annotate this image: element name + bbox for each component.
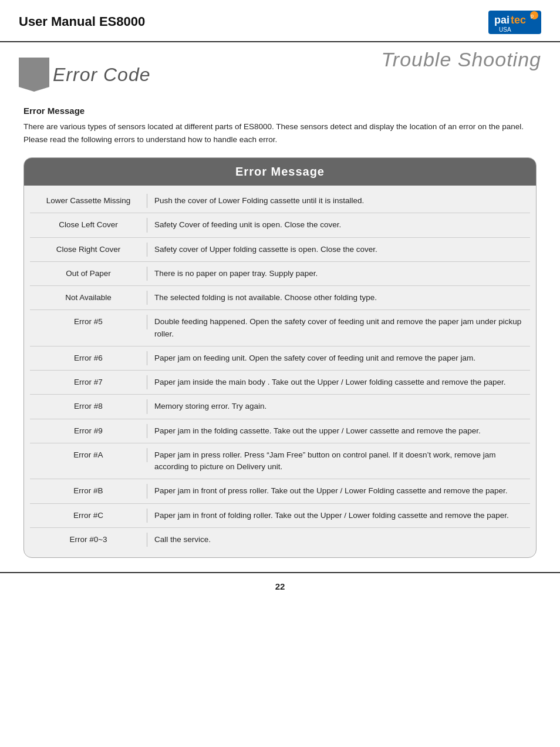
table-body: Lower Cassette Missing Push the cover of… <box>24 186 536 557</box>
row-label: Close Right Cover <box>30 243 147 257</box>
row-desc: Safety cover of Upper folding cassette i… <box>147 243 530 257</box>
row-label: Out of Paper <box>30 267 147 281</box>
page-number: 22 <box>275 581 285 591</box>
row-desc: Paper jam in the folding cassette. Take … <box>147 424 530 438</box>
row-desc: Paper jam inside the main body . Take ou… <box>147 375 530 389</box>
row-desc: Paper jam in front of folding roller. Ta… <box>147 509 530 523</box>
table-row: Lower Cassette Missing Push the cover of… <box>30 189 530 213</box>
table-row: Error #6 Paper jam on feeding unit. Open… <box>30 346 530 371</box>
ribbon-icon <box>19 58 49 92</box>
table-row: Error #8 Memory storing error. Try again… <box>30 395 530 419</box>
section-heading: Trouble Shooting Error Code <box>0 42 560 92</box>
row-desc: There is no paper on paper tray. Supply … <box>147 267 530 281</box>
row-label: Error #8 <box>30 399 147 413</box>
table-row: Error #B Paper jam in front of press rol… <box>30 479 530 503</box>
logo-area: pai tec USA p <box>488 11 541 36</box>
row-desc: Push the cover of Lower Folding cassette… <box>147 194 530 208</box>
row-label: Error #7 <box>30 375 147 389</box>
row-desc: Paper jam in front of press roller. Take… <box>147 484 530 498</box>
page-footer: 22 <box>0 572 560 600</box>
table-header: Error Message <box>24 158 536 186</box>
table-row: Error #0~3 Call the service. <box>30 528 530 551</box>
row-label: Not Available <box>30 291 147 305</box>
svg-text:p: p <box>531 13 534 19</box>
svg-text:USA: USA <box>499 26 511 33</box>
svg-marker-6 <box>19 58 49 92</box>
svg-text:tec: tec <box>511 14 526 26</box>
table-header-text: Error Message <box>235 165 325 178</box>
table-row: Out of Paper There is no paper on paper … <box>30 262 530 286</box>
row-desc: Memory storing error. Try again. <box>147 399 530 413</box>
row-desc: Paper jam in press roller. Press “Jam Fr… <box>147 448 530 475</box>
table-row: Error #C Paper jam in front of folding r… <box>30 504 530 528</box>
row-label: Error #0~3 <box>30 533 147 547</box>
row-desc: Safety Cover of feeding unit is open. Cl… <box>147 218 530 232</box>
table-row: Error #A Paper jam in press roller. Pres… <box>30 443 530 480</box>
table-row: Error #9 Paper jam in the folding casset… <box>30 419 530 443</box>
paitec-logo: pai tec USA p <box>488 11 541 36</box>
row-label: Error #9 <box>30 424 147 438</box>
row-desc: Call the service. <box>147 533 530 547</box>
error-code-label: Error Code <box>53 64 151 86</box>
table-row: Error #7 Paper jam inside the main body … <box>30 371 530 395</box>
row-label: Close Left Cover <box>30 218 147 232</box>
page-header: User Manual ES8000 pai tec USA p <box>0 0 560 42</box>
intro-text: There are various types of sensors locat… <box>23 120 537 146</box>
error-message-heading: Error Message <box>23 106 537 116</box>
table-row: Not Available The selected folding is no… <box>30 286 530 310</box>
table-row: Close Left Cover Safety Cover of feeding… <box>30 213 530 237</box>
main-content: Error Message There are various types of… <box>0 94 560 558</box>
row-label: Error #6 <box>30 351 147 365</box>
row-desc: Paper jam on feeding unit. Open the safe… <box>147 351 530 365</box>
trouble-shooting-title: Trouble Shooting <box>382 48 541 71</box>
table-row: Error #5 Double feeding happened. Open t… <box>30 310 530 346</box>
row-label: Error #A <box>30 448 147 462</box>
row-label: Error #B <box>30 484 147 498</box>
row-label: Lower Cassette Missing <box>30 194 147 208</box>
manual-title: User Manual ES8000 <box>19 11 145 29</box>
error-code-badge: Error Code <box>19 58 151 92</box>
table-row: Close Right Cover Safety cover of Upper … <box>30 238 530 262</box>
row-label: Error #C <box>30 509 147 523</box>
row-desc: Double feeding happened. Open the safety… <box>147 315 530 341</box>
svg-text:pai: pai <box>494 14 510 26</box>
row-desc: The selected folding is not available. C… <box>147 291 530 305</box>
row-label: Error #5 <box>30 315 147 329</box>
error-table: Error Message Lower Cassette Missing Pus… <box>23 157 537 558</box>
